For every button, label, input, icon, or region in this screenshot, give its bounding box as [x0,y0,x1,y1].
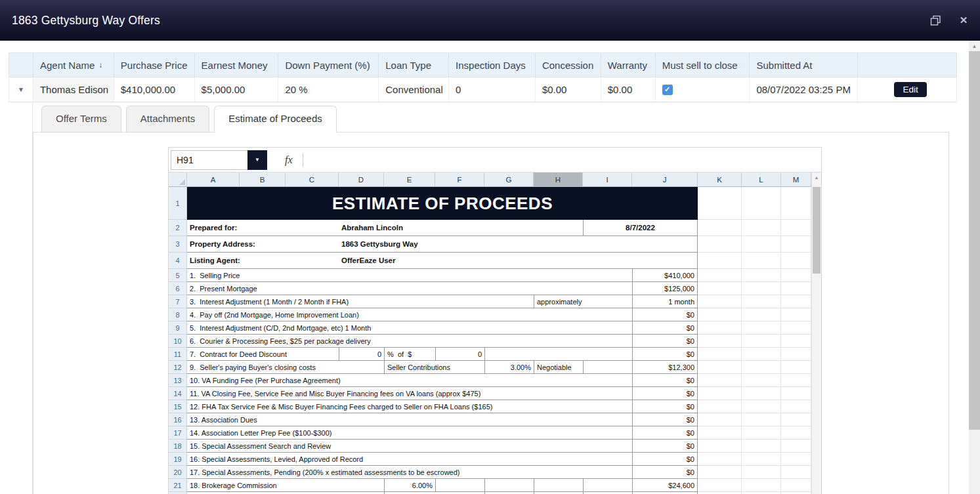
sheet-cell[interactable]: $0 [632,335,698,348]
sheet-cell-empty[interactable] [698,282,742,295]
sheet-cell[interactable]: $125,000 [632,282,698,295]
sheet-column-header-e[interactable]: E [384,173,435,187]
sheet-row-number[interactable]: 6 [169,282,187,295]
sheet-row-number[interactable]: 9 [169,321,187,335]
sheet-cell[interactable]: 9. Seller's paying Buyer's closing costs [187,361,384,374]
sheet-cell-empty[interactable] [781,374,811,387]
sheet-cell-empty[interactable] [781,282,811,295]
sheet-cell[interactable]: 1863 Gettysburg Way [339,236,698,253]
cell-earnest-money[interactable]: $5,000.00 [195,77,279,102]
sheet-cell[interactable]: 18. Brokerage Commission [187,479,384,492]
sheet-column-header-m[interactable]: M [781,173,811,187]
column-header-warranty[interactable]: Warranty [601,53,656,77]
window-scrollbar-thumb[interactable] [969,51,980,430]
tab-attachments[interactable]: Attachments [126,106,209,133]
sheet-cell[interactable] [583,361,632,374]
sheet-cell-empty[interactable] [781,295,811,308]
sheet-cell-empty[interactable] [781,335,811,348]
sheet-cell-empty[interactable] [781,220,811,236]
sheet-cell-empty[interactable] [781,348,811,361]
sheet-cell-empty[interactable] [698,374,742,387]
sheet-row-number[interactable]: 4 [169,253,187,269]
select-all-corner[interactable] [169,173,187,187]
sheet-row-number[interactable]: 3 [169,236,187,253]
sheet-cell[interactable]: 3.00% [484,361,534,374]
sheet-cell-empty[interactable] [781,466,811,479]
cell-concession[interactable]: $0.00 [536,77,601,102]
sheet-cell-empty[interactable] [742,335,781,348]
sheet-cell-empty[interactable] [742,361,781,374]
sheet-cell-empty[interactable] [781,413,811,426]
tab-estimate-of-proceeds[interactable]: Estimate of Proceeds [214,106,337,133]
cell-loan-type[interactable]: Conventional [379,77,449,102]
sheet-column-header-a[interactable]: A [187,173,240,187]
sheet-cell[interactable]: 5. Interest Adjustment (C/D, 2nd Mortgag… [187,321,632,335]
sheet-cell[interactable]: $0 [632,413,698,426]
sheet-cell[interactable]: 0 [339,348,384,361]
cell-down-payment[interactable]: 20 % [278,77,379,102]
sheet-cell[interactable]: ESTIMATE OF PROCEEDS [187,187,698,220]
sheet-cell[interactable]: 17. Special Assessments, Pending (200% x… [187,466,632,479]
cell-reference[interactable]: H91 [171,155,248,165]
sheet-scroll-up-icon[interactable]: ▲ [812,175,821,180]
sheet-cell-empty[interactable] [698,426,742,440]
sheet-cell-empty[interactable] [698,187,742,220]
sheet-row-number[interactable]: 20 [169,466,187,479]
sheet-cell-empty[interactable] [742,426,781,440]
sheet-column-header-h[interactable]: H [534,173,583,187]
sheet-cell-empty[interactable] [742,253,781,269]
sheet-cell-empty[interactable] [781,269,811,282]
sheet-cell[interactable]: $0 [632,440,698,453]
sheet-cell-empty[interactable] [742,295,781,308]
sheet-cell-empty[interactable] [781,361,811,374]
sheet-cell-empty[interactable] [698,253,742,269]
sheet-cell[interactable]: 12. FHA Tax Service Fee & Misc Buyer Fin… [187,400,632,413]
sheet-column-header-j[interactable]: J [632,173,698,187]
sheet-cell[interactable] [534,479,583,492]
cell-warranty[interactable]: $0.00 [601,77,656,102]
sheet-cell-empty[interactable] [742,308,781,321]
sheet-cell[interactable]: $0 [632,321,698,335]
sheet-cell[interactable]: $0 [632,426,698,440]
sheet-cell-empty[interactable] [742,479,781,492]
window-scrollbar[interactable]: ▲ [969,41,980,494]
sheet-cell[interactable] [435,479,484,492]
sheet-cell-empty[interactable] [781,187,811,220]
sheet-cell[interactable]: $12,300 [632,361,698,374]
sheet-cell-empty[interactable] [781,400,811,413]
sheet-cell-empty[interactable] [781,253,811,269]
sheet-row-number[interactable]: 14 [169,387,187,400]
sheet-cell[interactable]: $0 [632,348,698,361]
sheet-cell[interactable]: $0 [632,374,698,387]
sheet-column-header-b[interactable]: B [240,173,286,187]
sheet-cell[interactable]: % of $ [384,348,435,361]
sheet-cell-empty[interactable] [698,440,742,453]
sheet-cell-empty[interactable] [742,453,781,466]
sheet-cell-empty[interactable] [742,413,781,426]
sheet-row-number[interactable]: 10 [169,335,187,348]
must-sell-checkbox[interactable]: ✓ [662,85,673,95]
sheet-cell-empty[interactable] [698,269,742,282]
column-header-purchase-price[interactable]: Purchase Price [114,53,195,77]
cell-purchase-price[interactable]: $410,000.00 [114,77,195,102]
sheet-row-number[interactable]: 11 [169,348,187,361]
edit-button[interactable]: Edit [894,82,926,97]
sheet-cell-empty[interactable] [698,348,742,361]
sheet-cell-empty[interactable] [742,348,781,361]
sheet-cell[interactable]: approximately [534,295,632,308]
sheet-column-header-l[interactable]: L [742,173,781,187]
sheet-cell[interactable]: 11. VA Closing Fee, Service Fee and Misc… [187,387,632,400]
sheet-cell-empty[interactable] [698,479,742,492]
sheet-cell-empty[interactable] [781,308,811,321]
sheet-cell[interactable]: 8/7/2022 [583,220,698,236]
sheet-cell[interactable]: 4. Pay off (2nd Mortgage, Home Improveme… [187,308,632,321]
sheet-cell[interactable] [583,479,632,492]
sheet-cell[interactable]: 7. Contract for Deed Discount [187,348,339,361]
sheet-row-number[interactable]: 5 [169,269,187,282]
sheet-cell-empty[interactable] [742,466,781,479]
sheet-cell[interactable]: 14. Association Letter Prep Fee ($100-$3… [187,426,632,440]
sheet-cell[interactable]: 1 month [632,295,698,308]
tab-offer-terms[interactable]: Offer Terms [41,106,121,133]
sheet-cell-empty[interactable] [698,335,742,348]
sheet-cell-empty[interactable] [742,400,781,413]
